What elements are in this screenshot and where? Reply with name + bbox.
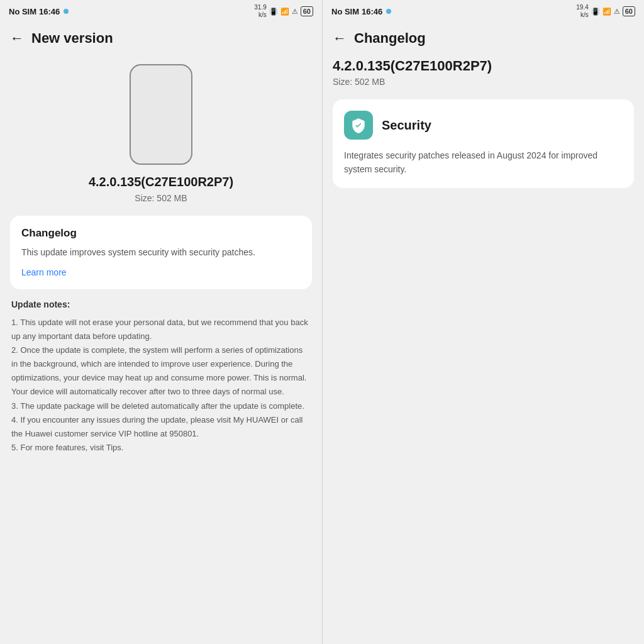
changelog-card-title: Changelog bbox=[21, 227, 301, 240]
changelog-card: Changelog This update improves system se… bbox=[10, 216, 312, 289]
carrier-time-right: No SIM 16:46 bbox=[331, 7, 391, 16]
phone-shape bbox=[130, 64, 192, 165]
status-icons-left: 31.9 k/s 📳 📶 ⚠ 60 bbox=[254, 4, 313, 19]
update-notes-text: 1. This update will not erase your perso… bbox=[11, 316, 311, 455]
carrier-left: No SIM bbox=[9, 7, 36, 16]
page-title-left: New version bbox=[31, 30, 113, 47]
warning-icon-right: ⚠ bbox=[614, 8, 620, 16]
panel-new-version: No SIM 16:46 31.9 k/s 📳 📶 ⚠ 60 ← New ver… bbox=[0, 0, 322, 644]
status-dot-left bbox=[64, 9, 69, 14]
note-1: 1. This update will not erase your perso… bbox=[11, 316, 311, 343]
version-block-title: 4.2.0.135(C27E100R2P7) bbox=[333, 58, 634, 74]
version-size-left: Size: 502 MB bbox=[10, 193, 312, 203]
network-speed-right: 19.4 k/s bbox=[576, 4, 588, 19]
page-header-right: ← Changelog bbox=[323, 23, 644, 52]
update-notes-title: Update notes: bbox=[11, 299, 311, 309]
back-button-left[interactable]: ← bbox=[10, 31, 24, 45]
learn-more-link[interactable]: Learn more bbox=[21, 267, 67, 277]
back-button-right[interactable]: ← bbox=[333, 31, 347, 45]
security-header: Security bbox=[344, 111, 623, 140]
carrier-time-left: No SIM 16:46 bbox=[9, 7, 69, 16]
page-title-right: Changelog bbox=[354, 30, 426, 47]
version-block-size: Size: 502 MB bbox=[333, 77, 634, 87]
panel-content-left: 4.2.0.135(C27E100R2P7) Size: 502 MB Chan… bbox=[0, 52, 322, 644]
battery-right: 60 bbox=[623, 6, 635, 16]
note-3: 3. The update package will be deleted au… bbox=[11, 399, 311, 413]
time-right: 16:46 bbox=[362, 7, 382, 16]
wifi-icon-right: 📶 bbox=[602, 8, 611, 16]
version-block-right: 4.2.0.135(C27E100R2P7) Size: 502 MB bbox=[323, 52, 644, 92]
version-title-left: 4.2.0.135(C27E100R2P7) bbox=[10, 175, 312, 189]
changelog-card-desc: This update improves system security wit… bbox=[21, 246, 301, 259]
update-notes-section: Update notes: 1. This update will not er… bbox=[10, 299, 312, 455]
phone-illustration bbox=[10, 64, 312, 165]
carrier-right: No SIM bbox=[331, 7, 359, 16]
note-5: 5. For more features, visit Tips. bbox=[11, 441, 311, 455]
security-card: Security Integrates security patches rel… bbox=[333, 99, 634, 188]
status-icons-right: 19.4 k/s 📳 📶 ⚠ 60 bbox=[576, 4, 635, 19]
time-left: 16:46 bbox=[39, 7, 60, 16]
vibrate-icon-right: 📳 bbox=[591, 8, 600, 16]
security-icon-wrap bbox=[344, 111, 373, 140]
wifi-icon: 📶 bbox=[280, 8, 289, 16]
warning-icon: ⚠ bbox=[292, 8, 298, 16]
panel-changelog: No SIM 16:46 19.4 k/s 📳 📶 ⚠ 60 ← Changel… bbox=[322, 0, 644, 644]
shield-check-icon bbox=[350, 117, 367, 133]
security-desc: Integrates security patches released in … bbox=[344, 148, 623, 177]
status-bar-right: No SIM 16:46 19.4 k/s 📳 📶 ⚠ 60 bbox=[323, 0, 644, 23]
network-speed-left: 31.9 k/s bbox=[254, 4, 266, 19]
note-4: 4. If you encounter any issues during th… bbox=[11, 413, 311, 441]
vibrate-icon: 📳 bbox=[269, 8, 278, 16]
status-dot-right bbox=[386, 9, 391, 14]
battery-left: 60 bbox=[301, 6, 313, 16]
security-label: Security bbox=[382, 118, 431, 133]
status-bar-left: No SIM 16:46 31.9 k/s 📳 📶 ⚠ 60 bbox=[0, 0, 322, 23]
page-header-left: ← New version bbox=[0, 23, 322, 52]
note-2: 2. Once the update is complete, the syst… bbox=[11, 343, 311, 399]
